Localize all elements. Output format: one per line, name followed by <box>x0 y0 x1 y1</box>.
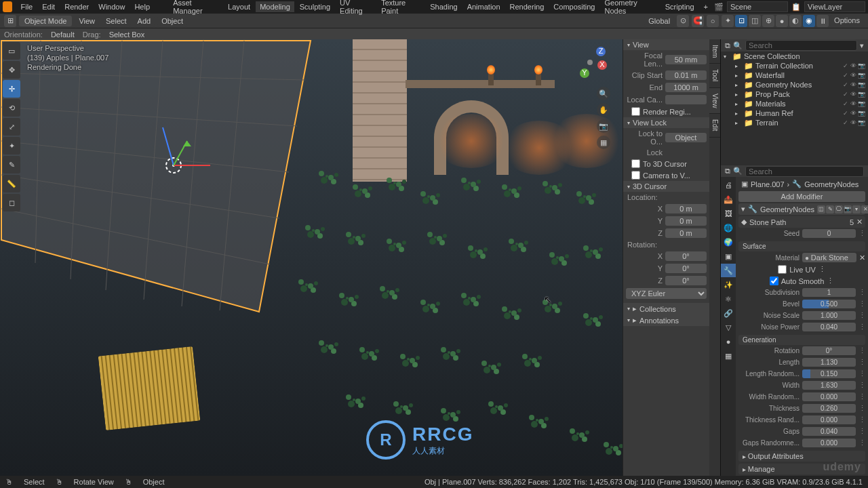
tab-item[interactable]: Item <box>709 39 720 64</box>
mod-delete-icon[interactable]: ✕ <box>861 205 868 214</box>
header-object[interactable]: Object <box>157 16 187 26</box>
thickness-rand-input[interactable]: 0.000 <box>802 415 856 424</box>
add-workspace-button[interactable]: + <box>700 1 712 12</box>
menu-file[interactable]: File <box>16 1 37 12</box>
scale-tool[interactable]: ⤢ <box>3 118 20 136</box>
move-tool[interactable]: ✢ <box>3 80 20 98</box>
add-cube-tool[interactable]: ◻ <box>3 194 20 211</box>
outliner-item[interactable]: Materials <box>755 100 840 108</box>
constraints-tab-icon[interactable]: 🔗 <box>721 306 736 320</box>
noise-power-input[interactable]: 0.040 <box>802 323 856 331</box>
generation-section-header[interactable]: Generation <box>738 335 865 345</box>
view-panel-header[interactable]: View <box>623 39 709 50</box>
menu-edit[interactable]: Edit <box>38 1 59 12</box>
render-region-checkbox[interactable] <box>631 107 640 116</box>
auto-smooth-checkbox[interactable] <box>770 277 778 285</box>
outliner-item[interactable]: Prop Pack <box>755 90 840 98</box>
transform-orientation[interactable]: Global <box>644 16 674 26</box>
pivot-icon[interactable]: ⊙ <box>677 15 689 27</box>
live-uv-checkbox[interactable] <box>778 265 787 274</box>
clip-end-input[interactable]: 1000 m <box>665 83 707 92</box>
nodegroup-unlink-icon[interactable]: ✕ <box>856 218 863 226</box>
cursor-loc-y[interactable]: 0 m <box>665 216 707 226</box>
clear-icon[interactable]: ✕ <box>859 253 865 262</box>
drag-value[interactable]: Select Box <box>109 30 145 39</box>
focal-length-input[interactable]: 50 mm <box>665 55 707 64</box>
outliner-display-mode-icon[interactable]: ⧉ <box>725 41 730 50</box>
outliner-item[interactable]: Geometry Nodes <box>755 81 840 89</box>
surface-section-header[interactable]: Surface <box>738 241 865 251</box>
nodegroup-users[interactable]: 5 <box>850 218 854 226</box>
local-camera-input[interactable] <box>665 95 707 104</box>
mod-realtime-icon[interactable]: 🖵 <box>835 205 843 214</box>
outliner-item[interactable]: Human Ref <box>755 109 840 117</box>
viewlayer-tab-icon[interactable]: 🖼 <box>721 207 736 220</box>
tab-tool[interactable]: Tool <box>709 64 720 87</box>
world-tab-icon[interactable]: 🌍 <box>721 235 736 249</box>
workspace-scripting[interactable]: Scripting <box>661 1 698 12</box>
options-dropdown[interactable]: Options <box>830 15 864 27</box>
output-tab-icon[interactable]: 📤 <box>721 192 736 206</box>
modifier-tab-icon[interactable]: 🔧 <box>721 264 736 277</box>
width-random-input[interactable]: 0.000 <box>802 392 856 401</box>
collections-panel-header[interactable]: ▸ Collections <box>623 303 709 314</box>
mod-editmode-icon[interactable]: ✎ <box>826 205 834 214</box>
thickness-input[interactable]: 0.260 <box>802 404 856 413</box>
nodegroup-name[interactable]: Stone Path <box>749 218 786 226</box>
material-input[interactable]: ● Dark Stone <box>802 253 856 262</box>
bevel-input[interactable]: 0.500 <box>802 300 856 308</box>
header-view[interactable]: View <box>75 16 99 26</box>
clip-start-input[interactable]: 0.01 m <box>665 70 707 80</box>
measure-tool[interactable]: 📏 <box>3 175 20 192</box>
orientation-value[interactable]: Default <box>51 30 75 39</box>
add-modifier-button[interactable]: Add Modifier <box>738 191 865 202</box>
workspace-layout[interactable]: Layout <box>224 1 254 12</box>
mod-render-icon[interactable]: 📷 <box>844 205 852 214</box>
workspace-sculpting[interactable]: Sculpting <box>296 1 334 12</box>
properties-search-input[interactable] <box>745 166 864 177</box>
workspace-uv-editing[interactable]: UV Editing <box>336 0 376 16</box>
workspace-rendering[interactable]: Rendering <box>506 1 549 12</box>
cursor-loc-x[interactable]: 0 m <box>665 204 707 214</box>
material-tab-icon[interactable]: ● <box>721 335 736 348</box>
workspace-animation[interactable]: Animation <box>463 1 505 12</box>
particles-tab-icon[interactable]: ✨ <box>721 278 736 291</box>
workspace-geometry-nodes[interactable]: Geometry Nodes <box>600 0 659 16</box>
filter-icon[interactable]: ▾ <box>860 41 864 50</box>
gaps-input[interactable]: 0.040 <box>802 427 856 436</box>
outliner-item[interactable]: Terrain <box>755 119 840 127</box>
length-input[interactable]: 1.130 <box>802 358 856 367</box>
texture-tab-icon[interactable]: ▦ <box>721 349 736 363</box>
viewlock-panel-header[interactable]: View Lock <box>623 117 709 128</box>
pause-render-icon[interactable]: ⏸ <box>816 15 829 27</box>
app-logo-icon[interactable] <box>3 1 12 12</box>
select-tool[interactable]: ▭ <box>3 42 20 60</box>
props-display-icon[interactable]: ⧉ <box>725 167 730 176</box>
header-add[interactable]: Add <box>134 16 155 26</box>
modifier-name[interactable]: GeometryNodes <box>760 205 814 214</box>
camera-to-view-checkbox[interactable] <box>631 171 640 180</box>
zoom-icon[interactable]: 🔍 <box>597 87 610 100</box>
mod-cage-icon[interactable]: ◫ <box>817 205 825 214</box>
noise-scale-input[interactable]: 1.000 <box>802 311 856 320</box>
mesh-tab-icon[interactable]: ▽ <box>721 321 736 334</box>
menu-render[interactable]: Render <box>60 1 93 12</box>
snap-icon[interactable]: 🧲 <box>692 15 704 27</box>
annotations-panel-header[interactable]: ▸ Annotations <box>623 314 709 326</box>
xray-icon[interactable]: ◫ <box>749 15 761 27</box>
outliner-item[interactable]: Waterfall <box>755 71 840 79</box>
gizmo-toggle-icon[interactable]: ✦ <box>722 15 734 27</box>
outliner-item[interactable]: Terrain Collection <box>755 62 840 70</box>
editor-type-icon[interactable]: ⊞ <box>4 15 16 27</box>
gaps-random-input[interactable]: 0.000 <box>802 439 856 447</box>
cursor-rot-x[interactable]: 0° <box>665 251 707 261</box>
menu-help[interactable]: Help <box>130 1 154 12</box>
object-tab-icon[interactable]: ▣ <box>721 249 736 263</box>
scene-name-input[interactable] <box>727 1 788 12</box>
workspace-texture-paint[interactable]: Texture Paint <box>377 0 425 16</box>
3dcursor-panel-header[interactable]: 3D Cursor <box>623 181 709 192</box>
header-select[interactable]: Select <box>102 16 131 26</box>
shading-solid-icon[interactable]: ● <box>776 15 788 27</box>
output-attributes-header[interactable]: ▸ Output Attributes <box>738 451 865 462</box>
workspace-asset-manager[interactable]: Asset Manager <box>169 0 222 16</box>
